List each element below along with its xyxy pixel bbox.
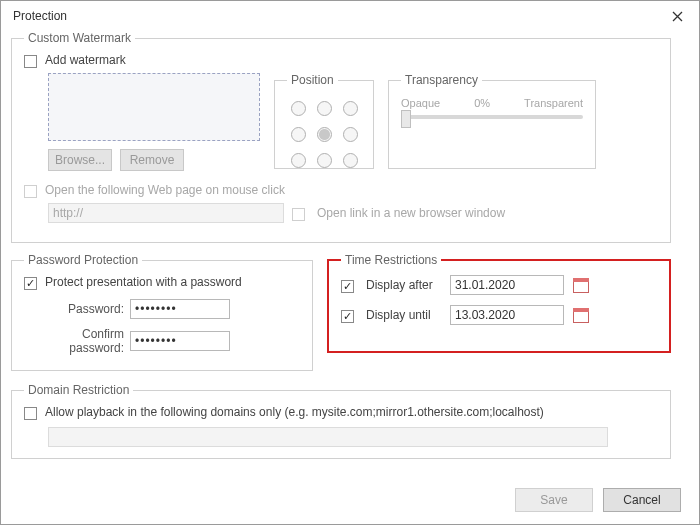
display-until-label: Display until <box>366 308 442 322</box>
time-restrictions-group: Time Restrictions Display after Display … <box>327 253 671 353</box>
open-webpage-label: Open the following Web page on mouse cli… <box>45 183 285 197</box>
watermark-preview <box>48 73 260 141</box>
confirm-password-input[interactable] <box>130 331 230 351</box>
position-legend: Position <box>287 73 338 87</box>
slider-thumb-icon <box>401 110 411 128</box>
password-label: Password: <box>24 302 130 316</box>
webpage-url-input[interactable] <box>48 203 284 223</box>
time-restrictions-legend: Time Restrictions <box>341 253 441 267</box>
open-new-window-label: Open link in a new browser window <box>317 206 505 220</box>
position-radio-tl[interactable] <box>291 101 306 116</box>
transparency-slider[interactable] <box>401 115 583 119</box>
position-radio-ml[interactable] <box>291 127 306 142</box>
position-radio-br[interactable] <box>343 153 358 168</box>
allow-domains-label: Allow playback in the following domains … <box>45 405 544 419</box>
open-webpage-checkbox[interactable] <box>24 185 37 198</box>
remove-button[interactable]: Remove <box>120 149 184 171</box>
position-radio-bc[interactable] <box>317 153 332 168</box>
open-new-window-checkbox[interactable] <box>292 208 305 221</box>
browse-button[interactable]: Browse... <box>48 149 112 171</box>
add-watermark-label: Add watermark <box>45 53 126 67</box>
calendar-icon[interactable] <box>572 276 590 294</box>
password-input[interactable] <box>130 299 230 319</box>
close-icon <box>672 11 683 22</box>
cancel-button[interactable]: Cancel <box>603 488 681 512</box>
confirm-password-label: Confirm password: <box>24 327 130 355</box>
position-radio-grid <box>287 97 361 171</box>
close-button[interactable] <box>663 6 691 26</box>
position-radio-tc[interactable] <box>317 101 332 116</box>
protect-password-label: Protect presentation with a password <box>45 275 242 289</box>
position-radio-tr[interactable] <box>343 101 358 116</box>
custom-watermark-group: Custom Watermark Add watermark Browse...… <box>11 31 671 243</box>
protection-dialog: Protection Custom Watermark Add watermar… <box>0 0 700 525</box>
domains-input[interactable] <box>48 427 608 447</box>
position-radio-mc[interactable] <box>317 127 332 142</box>
display-after-label: Display after <box>366 278 442 292</box>
protect-password-checkbox[interactable] <box>24 277 37 290</box>
password-protection-legend: Password Protection <box>24 253 142 267</box>
calendar-icon[interactable] <box>572 306 590 324</box>
domain-restriction-legend: Domain Restriction <box>24 383 133 397</box>
position-radio-mr[interactable] <box>343 127 358 142</box>
dialog-footer: Save Cancel <box>1 476 699 524</box>
titlebar: Protection <box>1 1 699 31</box>
position-radio-bl[interactable] <box>291 153 306 168</box>
save-button[interactable]: Save <box>515 488 593 512</box>
position-group: Position <box>274 73 374 169</box>
custom-watermark-legend: Custom Watermark <box>24 31 135 45</box>
transparency-percent: 0% <box>474 97 490 109</box>
display-until-checkbox[interactable] <box>341 310 354 323</box>
display-after-input[interactable] <box>450 275 564 295</box>
allow-domains-checkbox[interactable] <box>24 407 37 420</box>
window-title: Protection <box>13 9 67 23</box>
domain-restriction-group: Domain Restriction Allow playback in the… <box>11 383 671 459</box>
opaque-label: Opaque <box>401 97 440 109</box>
add-watermark-checkbox[interactable] <box>24 55 37 68</box>
transparency-group: Transparency Opaque 0% Transparent <box>388 73 596 169</box>
password-protection-group: Password Protection Protect presentation… <box>11 253 313 371</box>
transparency-legend: Transparency <box>401 73 482 87</box>
transparent-label: Transparent <box>524 97 583 109</box>
display-after-checkbox[interactable] <box>341 280 354 293</box>
display-until-input[interactable] <box>450 305 564 325</box>
